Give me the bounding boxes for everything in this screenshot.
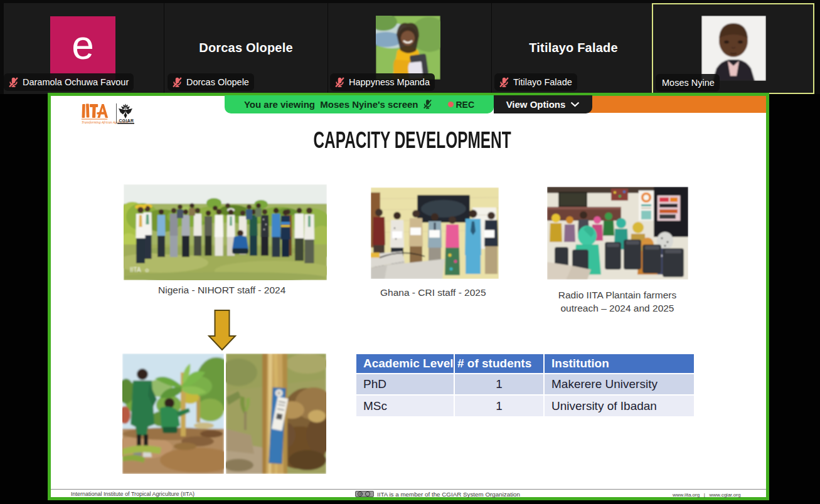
svg-text:CGIAR: CGIAR <box>119 118 134 123</box>
svg-text:✿: ✿ <box>145 268 149 273</box>
svg-text:IITA: IITA <box>130 266 141 273</box>
svg-text:⊘: ⊘ <box>359 492 362 496</box>
